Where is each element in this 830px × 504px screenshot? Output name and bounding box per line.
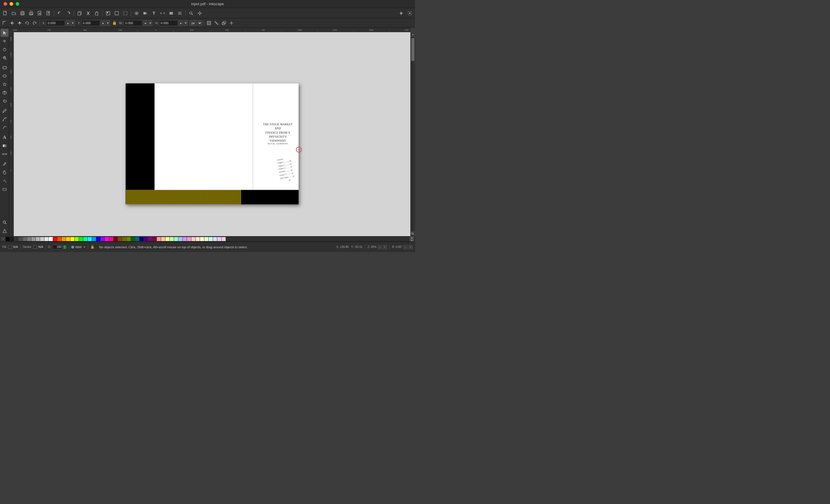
node-editor-tool[interactable] bbox=[1, 37, 9, 45]
palette-color-swatch[interactable] bbox=[70, 237, 74, 241]
palette-color-swatch[interactable] bbox=[118, 237, 122, 241]
palette-color-swatch[interactable] bbox=[196, 237, 200, 241]
opacity-input[interactable] bbox=[52, 245, 62, 249]
snap-bbox[interactable] bbox=[205, 20, 213, 27]
undo-button[interactable] bbox=[56, 9, 64, 17]
snap-nodes[interactable] bbox=[213, 20, 220, 27]
palette-color-swatch[interactable] bbox=[44, 237, 49, 241]
layer-lock-icon[interactable]: 🔓 bbox=[91, 245, 95, 249]
palette-color-swatch[interactable] bbox=[127, 237, 131, 241]
open-button[interactable] bbox=[10, 9, 18, 17]
palette-color-swatch[interactable] bbox=[57, 237, 61, 241]
palette-color-swatch[interactable] bbox=[183, 237, 187, 241]
palette-color-swatch[interactable] bbox=[101, 237, 105, 241]
palette-color-swatch[interactable] bbox=[139, 237, 143, 241]
new-button[interactable] bbox=[1, 9, 9, 17]
scroll-up-button[interactable]: ▲ bbox=[411, 32, 415, 37]
spray-tool[interactable] bbox=[1, 176, 9, 184]
ellipse-tool[interactable] bbox=[1, 72, 9, 80]
zoom-increase-button[interactable]: + bbox=[383, 245, 387, 249]
palette-color-swatch[interactable] bbox=[213, 237, 217, 241]
palette-color-swatch[interactable] bbox=[135, 237, 139, 241]
connector-tool[interactable] bbox=[1, 150, 9, 158]
vertical-scrollbar[interactable]: ▲ ▼ bbox=[410, 32, 415, 236]
3d-box-tool[interactable] bbox=[1, 89, 9, 97]
palette-scroll-up[interactable]: ▲ bbox=[410, 236, 414, 239]
palette-color-swatch[interactable] bbox=[23, 237, 27, 241]
palette-color-swatch[interactable] bbox=[200, 237, 204, 241]
rectangle-tool[interactable] bbox=[1, 64, 9, 72]
rotation-decrease-button[interactable]: − bbox=[404, 245, 408, 249]
zoom-tool[interactable] bbox=[1, 54, 9, 62]
palette-color-swatch[interactable] bbox=[209, 237, 213, 241]
palette-color-swatch[interactable] bbox=[131, 237, 135, 241]
color-scheme-indicator[interactable] bbox=[63, 245, 66, 249]
palette-color-swatch[interactable] bbox=[157, 237, 161, 241]
palette-color-swatch[interactable] bbox=[144, 237, 148, 241]
show-gradients-button[interactable] bbox=[141, 9, 149, 17]
calligraphy-tool[interactable] bbox=[1, 124, 9, 132]
maximize-button[interactable] bbox=[15, 2, 19, 6]
rotate-ccw[interactable] bbox=[24, 20, 31, 27]
pencil-tool[interactable] bbox=[1, 107, 9, 115]
scroll-thumb-v[interactable] bbox=[411, 38, 414, 61]
find-button[interactable] bbox=[187, 9, 195, 17]
x-increment[interactable]: ▲ bbox=[66, 20, 70, 26]
palette-color-swatch[interactable] bbox=[153, 237, 157, 241]
palette-color-swatch[interactable] bbox=[79, 237, 83, 241]
palette-color-swatch[interactable] bbox=[5, 237, 9, 241]
w-increment[interactable]: ▲ bbox=[143, 20, 147, 26]
snap-toggle[interactable] bbox=[397, 9, 405, 17]
canvas-area[interactable]: THE STOCK MARKET AND FINANCE FROM A PHYS… bbox=[14, 32, 410, 236]
eraser-tool[interactable] bbox=[1, 185, 9, 193]
save-button[interactable] bbox=[19, 9, 27, 17]
spiral-tool[interactable] bbox=[1, 97, 9, 105]
palette-color-swatch[interactable] bbox=[217, 237, 221, 241]
find-tool[interactable] bbox=[1, 218, 9, 226]
palette-color-swatch[interactable] bbox=[62, 237, 66, 241]
x-input[interactable] bbox=[46, 20, 65, 26]
palette-color-swatch[interactable] bbox=[88, 237, 92, 241]
y-decrement[interactable]: ▼ bbox=[106, 20, 110, 26]
palette-color-swatch[interactable] bbox=[66, 237, 70, 241]
palette-color-swatch[interactable] bbox=[187, 237, 191, 241]
palette-color-swatch[interactable] bbox=[14, 237, 18, 241]
palette-scroll-buttons[interactable]: ▲ ▼ bbox=[410, 236, 414, 241]
y-increment[interactable]: ▲ bbox=[101, 20, 105, 26]
selector-tool[interactable] bbox=[1, 29, 9, 37]
palette-color-swatch[interactable] bbox=[75, 237, 79, 241]
palette-color-swatch[interactable] bbox=[161, 237, 165, 241]
paint-bucket-tool[interactable] bbox=[1, 168, 9, 176]
no-fill-button[interactable]: ✕ bbox=[1, 237, 5, 241]
align-button[interactable] bbox=[176, 9, 184, 17]
palette-color-swatch[interactable] bbox=[122, 237, 126, 241]
window-controls[interactable] bbox=[3, 2, 19, 6]
palette-color-swatch[interactable] bbox=[191, 237, 195, 241]
zoom-fit-drawing-button[interactable] bbox=[104, 9, 112, 17]
palette-color-swatch[interactable] bbox=[31, 237, 35, 241]
palette-color-swatch[interactable] bbox=[36, 237, 40, 241]
palette-color-swatch[interactable] bbox=[83, 237, 87, 241]
zoom-corner-icon[interactable] bbox=[410, 232, 414, 236]
export-button[interactable] bbox=[44, 9, 53, 17]
palette-color-swatch[interactable] bbox=[222, 237, 226, 241]
palette-color-swatch[interactable] bbox=[148, 237, 152, 241]
y-input[interactable] bbox=[81, 20, 100, 26]
unit-selector[interactable]: px mm cm in bbox=[189, 20, 202, 26]
rotate-cw[interactable] bbox=[31, 20, 38, 27]
text-tool-button[interactable]: T bbox=[150, 9, 158, 17]
star-tool[interactable] bbox=[1, 80, 9, 89]
print-button[interactable] bbox=[27, 9, 35, 17]
palette-color-swatch[interactable] bbox=[109, 237, 113, 241]
palette-color-swatch[interactable] bbox=[204, 237, 209, 241]
palette-scroll-down[interactable]: ▼ bbox=[410, 239, 414, 241]
text-tool[interactable]: A bbox=[1, 133, 9, 141]
palette-color-swatch[interactable] bbox=[96, 237, 100, 241]
flip-horizontal[interactable] bbox=[9, 20, 15, 27]
w-input[interactable] bbox=[124, 20, 142, 26]
palette-color-swatch[interactable] bbox=[92, 237, 96, 241]
close-button[interactable] bbox=[3, 2, 7, 6]
dropper-tool[interactable] bbox=[1, 160, 9, 168]
h-increment[interactable]: ▲ bbox=[179, 20, 183, 26]
palette-color-swatch[interactable] bbox=[40, 237, 44, 241]
